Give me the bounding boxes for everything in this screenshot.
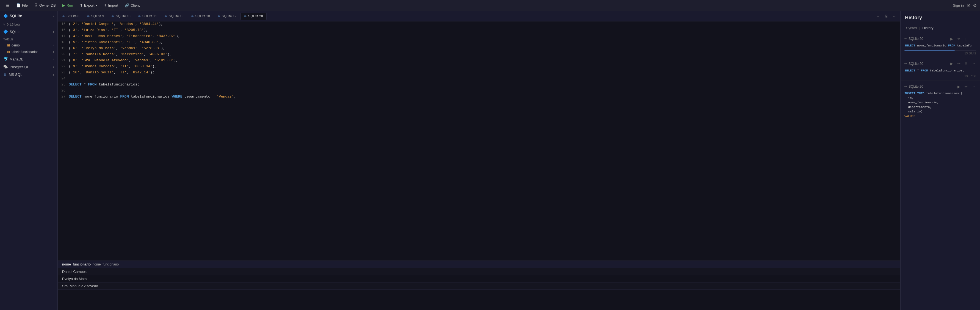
sidebar-item-demo[interactable]: ⊞ demo › <box>0 42 57 49</box>
tab-sqlite9-icon: ✏ <box>87 14 90 18</box>
history-item-2-pencil-icon: ✏ <box>904 85 907 89</box>
sidebar-version: ⑂ 0.1.3 beta <box>0 21 57 28</box>
sidebar-item-mariadb[interactable]: 🐬 MariaDB › <box>0 55 57 63</box>
history-tab-history[interactable]: History <box>921 25 934 30</box>
tab-sqlite10-label: SQLite.10 <box>116 14 130 18</box>
results-pane: nome_funcionario nome_funcionario Daniel… <box>58 261 900 310</box>
history-tab-divider: | <box>919 26 920 30</box>
owner-db-button[interactable]: 🗄 Owner DB <box>32 2 59 8</box>
sidebar-sqlite-label: SQLite <box>10 30 21 34</box>
more-tabs-button[interactable]: ⋯ <box>891 13 898 20</box>
history-item-1-edit-button[interactable]: ✏ <box>956 61 962 67</box>
tab-sqlite20-icon: ✏ <box>244 14 247 18</box>
tab-sqlite8[interactable]: ✏ SQLite.8 <box>59 13 83 20</box>
history-item-2-more-button[interactable]: ⋯ <box>970 84 976 90</box>
history-item-1-pencil-icon: ✏ <box>904 62 907 65</box>
sidebar-item-tabelafunc-left: ⊞ tabelafuncionarios <box>7 50 38 54</box>
settings-icon[interactable]: ⚙ <box>973 3 977 8</box>
sidebar-item-demo-left: ⊞ demo <box>7 43 20 47</box>
tab-sqlite13-icon: ✏ <box>165 14 167 18</box>
history-item-0-db-label: SQLite.20 <box>908 37 923 41</box>
import-icon: ⬇ <box>103 3 107 8</box>
history-list: ✏ SQLite.20 ▶ ✏ ⊞ ⋯ SELECT nome_funciona… <box>900 33 980 310</box>
sqlite-expand-icon[interactable]: › <box>53 30 54 34</box>
history-item-2-sql: INSERT INTO tabelafuncionarios ( id, nom… <box>904 91 976 118</box>
pg-expand-icon[interactable]: › <box>53 65 54 69</box>
mssql-icon: 🖥 <box>3 72 7 77</box>
history-item-1-more-button[interactable]: ⋯ <box>970 61 976 67</box>
export-label: Export <box>84 3 94 8</box>
history-item-2-db: ✏ SQLite.20 <box>904 85 923 89</box>
menu-button[interactable]: ☰ <box>3 2 13 9</box>
tab-sqlite8-icon: ✏ <box>62 14 65 18</box>
menu-icon: ☰ <box>6 3 10 8</box>
code-line-19: 19 ('6', 'Evelyn da Mata', 'Vendas', '52… <box>58 46 900 52</box>
history-item-1: ✏ SQLite.20 ▶ ✏ ⊞ ⋯ SELECT * FROM tabela… <box>900 58 980 81</box>
column-name: nome_funcionario <box>62 262 91 266</box>
tab-sqlite13[interactable]: ✏ SQLite.13 <box>161 13 187 20</box>
history-item-1-run-button[interactable]: ▶ <box>949 61 955 67</box>
tabs-actions: ＋ ⎘ ⋯ <box>875 13 899 20</box>
tab-sqlite18[interactable]: ✏ SQLite.18 <box>188 13 213 20</box>
export-button[interactable]: ⬆ Export ▾ <box>77 2 100 8</box>
tab-sqlite8-label: SQLite.8 <box>67 14 80 18</box>
new-tab-button[interactable]: ＋ <box>875 13 881 20</box>
tab-sqlite9[interactable]: ✏ SQLite.9 <box>84 13 108 20</box>
result-value-2: Sra. Manuela Azevedo <box>62 284 98 288</box>
share-tab-button[interactable]: ⎘ <box>883 13 890 20</box>
mail-icon[interactable]: ✉ <box>967 3 970 8</box>
tabs-bar: ✏ SQLite.8 ✏ SQLite.9 ✏ SQLite.10 ✏ SQLi… <box>58 11 900 21</box>
sidebar-item-postgresql[interactable]: 🐘 PostgreSQL › <box>0 63 57 71</box>
sidebar-item-mssql[interactable]: 🖥 MS SQL › <box>0 71 57 78</box>
history-item-1-grid-button[interactable]: ⊞ <box>963 61 969 67</box>
sidebar-item-tabelafuncionarios[interactable]: ⊞ tabelafuncionarios › <box>0 49 57 55</box>
code-line-25: 25 SELECT * FROM tabelafuncionarios; <box>58 82 900 88</box>
history-item-0-edit-button[interactable]: ✏ <box>956 36 962 42</box>
file-menu-button[interactable]: 📄 File <box>13 2 30 8</box>
tab-sqlite20[interactable]: ✏ SQLite.20 <box>240 13 266 20</box>
tab-sqlite11[interactable]: ✏ SQLite.11 <box>135 13 161 20</box>
history-tab-syntax[interactable]: Syntax <box>905 25 918 30</box>
tabelafunc-expand-icon[interactable]: › <box>53 50 54 54</box>
history-item-0-more-button[interactable]: ⋯ <box>970 36 976 42</box>
sign-in-button[interactable]: Sign in <box>953 3 964 8</box>
history-item-0-grid-button[interactable]: ⊞ <box>963 36 969 42</box>
branch-icon: ⑂ <box>3 23 5 26</box>
tab-sqlite19[interactable]: ✏ SQLite.19 <box>214 13 240 20</box>
content-area: ✏ SQLite.8 ✏ SQLite.9 ✏ SQLite.10 ✏ SQLi… <box>58 11 900 310</box>
result-value-0: Daniel Campos <box>62 270 87 274</box>
code-line-23: 23 ('10', 'Danilo Souza', 'TI', '8242.14… <box>58 70 900 76</box>
history-item-2-run-button[interactable]: ▶ <box>956 84 962 90</box>
demo-expand-icon[interactable]: › <box>53 43 54 47</box>
sidebar-item-mariadb-left: 🐬 MariaDB <box>3 57 24 61</box>
sidebar-mariadb-label: MariaDB <box>10 57 24 61</box>
history-item-0-run-button[interactable]: ▶ <box>949 36 955 42</box>
mariadb-expand-icon[interactable]: › <box>53 57 54 61</box>
history-item-2-edit-button[interactable]: ✏ <box>963 84 969 90</box>
version-label: 0.1.3 beta <box>7 23 20 26</box>
history-item-0-actions: ▶ ✏ ⊞ ⋯ <box>949 36 976 42</box>
history-item-1-db-label: SQLite.20 <box>908 62 923 66</box>
history-item-0-progress-bar <box>904 50 955 51</box>
mssql-expand-icon[interactable]: › <box>53 73 54 77</box>
editor-pane[interactable]: 15 ('2', 'Daniel Campos', 'Vendas', '388… <box>58 21 900 261</box>
client-icon: 🔗 <box>125 3 129 8</box>
history-title: History <box>900 11 980 23</box>
topbar-left: ☰ 📄 File 🗄 Owner DB ▶ Run ⬆ Export ▾ ⬇ I… <box>3 2 952 9</box>
result-value-1: Evelyn da Mata <box>62 277 87 281</box>
result-row-1: Evelyn da Mata <box>58 275 900 283</box>
mariadb-icon: 🐬 <box>3 57 8 61</box>
code-line-21: 21 ('8', 'Sra. Manuela Azevedo', 'Vendas… <box>58 58 900 64</box>
run-button[interactable]: ▶ Run <box>60 2 76 8</box>
sidebar-collapse-icon[interactable]: › <box>53 14 54 18</box>
tab-sqlite13-label: SQLite.13 <box>169 14 183 18</box>
code-line-18: 18 ('5', 'Pietro Cavalcanti', 'TI', '494… <box>58 40 900 46</box>
import-label: Import <box>108 3 118 8</box>
results-column-header: nome_funcionario nome_funcionario <box>58 261 900 268</box>
tab-sqlite9-label: SQLite.9 <box>91 14 104 18</box>
result-row-0: Daniel Campos <box>58 268 900 275</box>
sidebar-item-sqlite[interactable]: 🔷 SQLite › <box>0 28 57 35</box>
import-button[interactable]: ⬇ Import <box>101 2 121 8</box>
tab-sqlite10[interactable]: ✏ SQLite.10 <box>108 13 134 20</box>
client-button[interactable]: 🔗 Client <box>122 2 142 8</box>
